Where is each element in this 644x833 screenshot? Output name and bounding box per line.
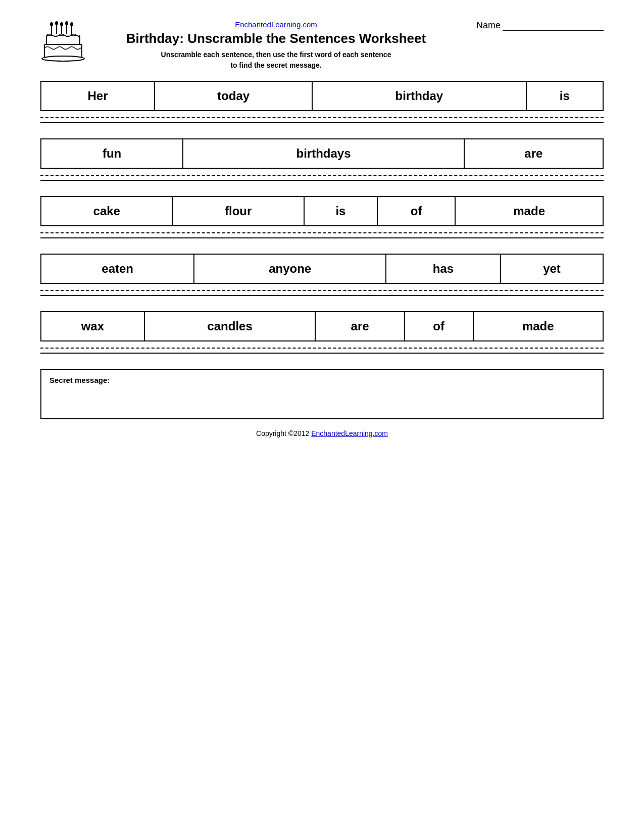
svg-point-5 — [50, 22, 53, 26]
cake-icon — [40, 20, 86, 66]
word-cell: are — [315, 312, 404, 341]
sentence-5-table: wax candles are of made — [40, 311, 604, 341]
word-cell: candles — [144, 312, 316, 341]
word-cell: is — [526, 81, 603, 111]
secret-message-label: Secret message: — [49, 376, 110, 384]
word-cell: birthday — [312, 81, 526, 111]
name-field: Name — [476, 20, 604, 31]
sentence-5: wax candles are of made — [40, 311, 604, 354]
sentence-2: fun birthdays are — [40, 138, 604, 181]
name-label: Name — [476, 20, 501, 31]
word-cell: flour — [173, 197, 304, 226]
dotted-line-4 — [40, 290, 604, 291]
word-cell: are — [464, 139, 603, 168]
word-cell: eaten — [41, 254, 194, 283]
svg-point-7 — [60, 22, 63, 26]
svg-rect-10 — [46, 35, 80, 44]
solid-line-5 — [40, 353, 604, 354]
word-cell: birthdays — [183, 139, 464, 168]
copyright-text: Copyright — [256, 429, 286, 437]
word-cell: of — [377, 197, 455, 226]
svg-point-12 — [42, 56, 84, 61]
secret-message-box: Secret message: — [40, 369, 604, 419]
solid-line-4 — [40, 295, 604, 296]
word-cell: is — [304, 197, 377, 226]
header-text-block: EnchantedLearning.com Birthday: Unscramb… — [86, 20, 466, 71]
site-link-top[interactable]: EnchantedLearning.com — [86, 20, 466, 29]
page-header: EnchantedLearning.com Birthday: Unscramb… — [40, 20, 604, 71]
solid-line-1 — [40, 122, 604, 123]
page-title: Birthday: Unscramble the Sentences Works… — [86, 31, 466, 46]
dotted-line-5 — [40, 348, 604, 349]
word-cell: made — [473, 312, 604, 341]
sentence-2-table: fun birthdays are — [40, 138, 604, 169]
copyright-year: ©2012 — [288, 429, 309, 437]
sentence-3-table: cake flour is of made — [40, 196, 604, 226]
word-cell: made — [455, 197, 603, 226]
svg-point-6 — [55, 21, 58, 25]
dotted-line-3 — [40, 232, 604, 233]
word-cell: Her — [41, 81, 155, 111]
word-cell: fun — [41, 139, 183, 168]
page-subtitle: Unscramble each sentence, then use the f… — [86, 50, 466, 71]
page-footer: Copyright ©2012 EnchantedLearning.com — [40, 429, 604, 437]
solid-line-3 — [40, 237, 604, 238]
sentence-3: cake flour is of made — [40, 196, 604, 238]
word-cell: has — [386, 254, 501, 283]
word-cell: today — [155, 81, 312, 111]
svg-point-9 — [70, 22, 73, 26]
site-link-footer[interactable]: EnchantedLearning.com — [311, 429, 388, 437]
sentence-1-table: Her today birthday is — [40, 81, 604, 111]
word-cell: yet — [501, 254, 603, 283]
word-cell: cake — [41, 197, 173, 226]
word-cell: of — [405, 312, 473, 341]
word-cell: wax — [41, 312, 144, 341]
sentence-4-table: eaten anyone has yet — [40, 254, 604, 284]
name-input-line — [503, 21, 604, 31]
sentence-4: eaten anyone has yet — [40, 254, 604, 296]
dotted-line-2 — [40, 175, 604, 176]
solid-line-2 — [40, 180, 604, 181]
dotted-line-1 — [40, 117, 604, 118]
sentence-1: Her today birthday is — [40, 81, 604, 123]
word-cell: anyone — [194, 254, 386, 283]
svg-point-8 — [65, 21, 68, 25]
